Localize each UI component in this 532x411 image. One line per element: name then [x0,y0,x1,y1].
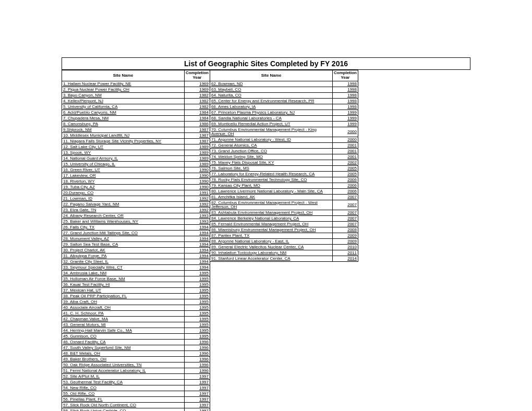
site-name-cell: 71. Argonne National Laboratory - West, … [210,137,333,142]
table-row: 71. Argonne National Laboratory - West, … [210,137,358,142]
completion-year-cell: 1982 [185,98,210,104]
completion-year-cell: 1997 [185,396,210,402]
table-row: 55. Old Rifle, CO1997 [62,391,210,396]
table-row: 45. Gunnison, CO1995 [62,333,210,339]
table-row: 22. Pagano Salvage Yard, NM1992 [62,201,210,207]
site-name-cell: 62. Bowman, ND [210,81,333,87]
completion-year-cell: 1994 [185,247,210,253]
completion-year-cell: 2002 [333,160,358,165]
table-row: 57. Slick Rock Old North Continent, CO19… [62,402,210,408]
completion-year-cell: 1998 [333,92,358,98]
completion-year-cell: 2001 [333,154,358,160]
table-row: 7. Chupadera Mesa, NM1984 [62,115,210,121]
site-name-cell: 86. Miamisburg Environmental Management … [210,227,333,233]
table-row: 66. Ames Laboratory, IA1998 [210,104,358,110]
site-name-cell: 11. Niagara Falls Storage Site Vicinity … [62,138,185,144]
completion-year-cell: 1992 [185,196,210,201]
completion-year-cell: 1996 [185,356,210,362]
site-name-cell: 20.Durango, CO [62,190,185,196]
table-row: 47. South Valley Superfund Site, NM1996 [62,345,210,350]
completion-year-cell: 1994 [185,253,210,259]
header-completion-year: Completion Year [185,70,210,81]
table-row: 40. Associate Aircraft, OH1995 [62,305,210,310]
site-name-cell: 4. Kellex/Pierpont, NJ [62,98,185,104]
table-row: 41. C. H. Schnoor, PA1995 [62,310,210,316]
site-name-cell: 22. Pagano Salvage Yard, NM [62,201,185,207]
table-row: 68. Sandia National Laboratories - CA199… [210,115,358,121]
site-name-cell: 35. Holloman Air Force Base, NM [62,276,185,282]
site-name-cell: 78. Rocky Flats Environmental Technology… [210,177,333,183]
completion-year-cell: 1996 [185,368,210,373]
completion-year-cell: 2007 [333,200,358,210]
table-row: 2. Piqua Nuclear Power Facility, OH1969 [62,87,210,92]
table-row: 82. Columbus Environmental Management Pr… [210,200,358,210]
site-name-cell: 15. University of Chicago, IL [62,161,185,167]
completion-year-cell: 1995 [185,322,210,328]
table-row: 27. Grand Junction Mill Tailings Site, C… [62,230,210,236]
table-row: 64. Naturita, CO1998 [210,92,358,98]
site-name-cell: 55. Old Rifle, CO [62,391,185,396]
site-name-cell: 47. South Valley Superfund Site, NM [62,345,185,350]
table-row: 18. Riverton, WY1990 [62,178,210,184]
site-name-cell: 77. Laboratory for Energy-Related Health… [210,171,333,177]
table-row: 89. General Electric Vallecitos Nuclear … [210,244,358,250]
table-row: 50. Oak Ridge Associated Universities, T… [62,362,210,368]
header-completion-year: Completion Year [333,70,358,81]
site-name-cell: 75. Maxey Flats Disposal Site, KY [210,160,333,165]
site-name-cell: 24. Albany Research Center, OR [62,213,185,219]
completion-year-cell: 1995 [185,282,210,287]
completion-year-cell: 1996 [185,350,210,356]
completion-year-cell: 1995 [185,328,210,333]
completion-year-cell: 1995 [185,299,210,305]
site-name-cell: 31. Aliquippa Forge, PA [62,253,185,259]
site-name-cell: 33. Seymour Specialty Wire, CT [62,264,185,270]
completion-year-cell: 1994 [185,224,210,230]
table-row: 58. Slick Rock Union Carbide, CO1997 [62,408,210,411]
completion-year-cell: 1998 [333,98,358,104]
table-row: 46. Oxnard Facility, CA1996 [62,339,210,345]
table-row: 11. Niagara Falls Storage Site Vicinity … [62,138,210,144]
table-row: 23. Elza Gate, TN1992 [62,207,210,213]
site-name-cell: 21. Lowman, ID [62,196,185,201]
table-row: 49. Baker Brothers, OH1996 [62,356,210,362]
site-name-cell: 83. Ashtabula Environmental Management P… [210,210,333,215]
table-row: 26. Falls City, TX1994 [62,224,210,230]
table-row: 70. Columbus Environmental Management Pr… [210,127,358,137]
table-row: 9.Shiprock, NM1987 [62,127,210,132]
completion-year-cell: 1997 [185,385,210,391]
site-name-cell: 48. B&T Metals, OH [62,350,185,356]
site-name-cell: 23. Elza Gate, TN [62,207,185,213]
table-row: 32. Granite City Steel, IL1994 [62,259,210,264]
completion-year-cell: 2009 [333,233,358,238]
site-name-cell: 85. Fernald Environmental Management Pro… [210,221,333,227]
completion-year-cell: 2009 [333,238,358,244]
table-row: 6. Acid/Pueblo Canyons, NM1984 [62,110,210,115]
completion-year-cell: 1994 [185,236,210,241]
site-name-cell: 16. Green River, UT [62,167,185,173]
site-name-cell: 89. General Electric Vallecitos Nuclear … [210,244,333,250]
header-site-name: Site Name [62,70,185,81]
completion-year-cell: 1986 [185,121,210,127]
completion-year-cell: 2000 [333,127,358,137]
completion-year-cell: 1999 [333,110,358,115]
site-name-cell: 69. Monticello Remedial Action Project, … [210,121,333,127]
completion-year-cell: 1995 [185,316,210,322]
site-name-cell: 67. Princeton Plasma Physics Laboratory,… [210,110,333,115]
header-site-name: Site Name [210,70,333,81]
site-name-cell: 10. Middlesex Municipal Landfill, NJ [62,132,185,138]
table-row: 76. Salmon Site, MS2005 [210,165,358,171]
site-name-cell: 45. Gunnison, CO [62,333,185,339]
completion-year-cell: 2010 [333,244,358,250]
completion-year-cell: 1996 [185,345,210,350]
site-name-cell: 2. Piqua Nuclear Power Facility, OH [62,87,185,92]
site-name-cell: 68. Sandia National Laboratories - CA [210,115,333,121]
site-name-cell: 87. Pantex Plant, TX [210,233,333,238]
site-name-cell: 34. Ambrosia Lake, NM [62,270,185,276]
table-row: 67. Princeton Plasma Physics Laboratory,… [210,110,358,115]
table-row: 62. Bowman, ND1998 [210,81,358,87]
site-name-cell: 38. Peak Oil PRP Participation, FL [62,293,185,299]
completion-year-cell: 1993 [185,219,210,224]
header-row: Site Name Completion Year [62,70,210,81]
completion-year-cell: 1984 [185,110,210,115]
site-name-cell: 7. Chupadera Mesa, NM [62,115,185,121]
